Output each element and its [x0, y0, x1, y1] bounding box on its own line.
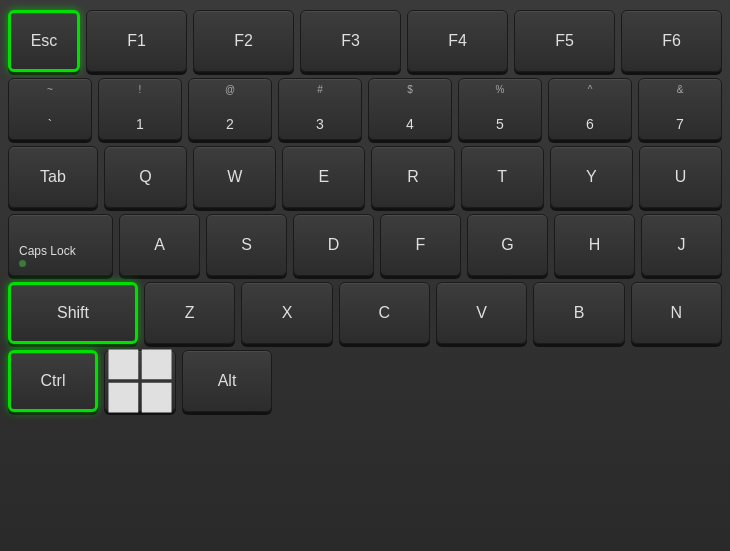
- key-f1[interactable]: F1: [86, 10, 187, 72]
- key-2-sym: @: [225, 84, 235, 95]
- svg-rect-0: [109, 350, 139, 380]
- key-t[interactable]: T: [461, 146, 544, 208]
- key-7-sym: &: [677, 84, 684, 95]
- key-5[interactable]: % 5: [458, 78, 542, 140]
- key-caps-label: Caps Lock: [19, 244, 76, 258]
- key-f6-label: F6: [662, 32, 681, 50]
- key-shift-label: Shift: [57, 304, 89, 322]
- key-x-label: X: [282, 304, 293, 322]
- key-5-label: 5: [496, 116, 504, 132]
- key-ctrl-left[interactable]: Ctrl: [8, 350, 98, 412]
- key-c[interactable]: C: [339, 282, 430, 344]
- key-s[interactable]: S: [206, 214, 287, 276]
- key-4[interactable]: $ 4: [368, 78, 452, 140]
- qwerty-row: Tab Q W E R T Y U: [8, 146, 722, 208]
- key-h[interactable]: H: [554, 214, 635, 276]
- key-alt-left[interactable]: Alt: [182, 350, 272, 412]
- key-alt-label: Alt: [218, 372, 237, 390]
- key-j-label: J: [678, 236, 686, 254]
- key-z-label: Z: [185, 304, 195, 322]
- key-e-label: E: [319, 168, 330, 186]
- bottom-row: Ctrl Alt: [8, 350, 722, 412]
- key-a-label: A: [154, 236, 165, 254]
- key-esc-label: Esc: [31, 32, 58, 50]
- key-3-sym: #: [317, 84, 323, 95]
- key-tilde[interactable]: ~ `: [8, 78, 92, 140]
- svg-rect-3: [142, 383, 172, 413]
- key-g[interactable]: G: [467, 214, 548, 276]
- key-6[interactable]: ^ 6: [548, 78, 632, 140]
- svg-rect-2: [109, 383, 139, 413]
- number-row: ~ ` ! 1 @ 2 # 3 $ 4 % 5 ^ 6 & 7: [8, 78, 722, 140]
- key-c-label: C: [379, 304, 391, 322]
- key-3-label: 3: [316, 116, 324, 132]
- key-v[interactable]: V: [436, 282, 527, 344]
- key-1[interactable]: ! 1: [98, 78, 182, 140]
- keyboard: Esc F1 F2 F3 F4 F5 F6 ~ ` ! 1 @: [0, 0, 730, 551]
- key-v-label: V: [476, 304, 487, 322]
- key-ctrl-label: Ctrl: [41, 372, 66, 390]
- key-b[interactable]: B: [533, 282, 624, 344]
- key-z[interactable]: Z: [144, 282, 235, 344]
- key-f2-label: F2: [234, 32, 253, 50]
- key-5-sym: %: [496, 84, 505, 95]
- key-f2[interactable]: F2: [193, 10, 294, 72]
- key-4-sym: $: [407, 84, 413, 95]
- asdf-row: Caps Lock A S D F G H J: [8, 214, 722, 276]
- key-a[interactable]: A: [119, 214, 200, 276]
- key-y[interactable]: Y: [550, 146, 633, 208]
- key-q[interactable]: Q: [104, 146, 187, 208]
- key-u[interactable]: U: [639, 146, 722, 208]
- key-f1-label: F1: [127, 32, 146, 50]
- key-1-sym: !: [139, 84, 142, 95]
- key-r[interactable]: R: [371, 146, 454, 208]
- key-esc[interactable]: Esc: [8, 10, 80, 72]
- svg-rect-1: [142, 350, 172, 380]
- key-w[interactable]: W: [193, 146, 276, 208]
- key-f3-label: F3: [341, 32, 360, 50]
- key-y-label: Y: [586, 168, 597, 186]
- key-2-label: 2: [226, 116, 234, 132]
- key-f4[interactable]: F4: [407, 10, 508, 72]
- key-x[interactable]: X: [241, 282, 332, 344]
- key-u-label: U: [675, 168, 687, 186]
- key-windows[interactable]: [104, 350, 176, 412]
- key-7[interactable]: & 7: [638, 78, 722, 140]
- key-1-label: 1: [136, 116, 144, 132]
- key-6-sym: ^: [588, 84, 593, 95]
- key-s-label: S: [241, 236, 252, 254]
- key-tilde-label: `: [48, 117, 52, 132]
- key-4-label: 4: [406, 116, 414, 132]
- zxcv-row: Shift Z X C V B N: [8, 282, 722, 344]
- key-f5-label: F5: [555, 32, 574, 50]
- key-f5[interactable]: F5: [514, 10, 615, 72]
- key-b-label: B: [574, 304, 585, 322]
- key-6-label: 6: [586, 116, 594, 132]
- caps-lock-indicator: [19, 260, 26, 267]
- key-w-label: W: [227, 168, 242, 186]
- key-tab[interactable]: Tab: [8, 146, 98, 208]
- key-e[interactable]: E: [282, 146, 365, 208]
- key-r-label: R: [407, 168, 419, 186]
- key-n[interactable]: N: [631, 282, 722, 344]
- key-q-label: Q: [139, 168, 151, 186]
- key-d-label: D: [328, 236, 340, 254]
- key-shift-left[interactable]: Shift: [8, 282, 138, 344]
- key-f-label: F: [416, 236, 426, 254]
- key-n-label: N: [671, 304, 683, 322]
- key-2[interactable]: @ 2: [188, 78, 272, 140]
- key-j[interactable]: J: [641, 214, 722, 276]
- key-7-label: 7: [676, 116, 684, 132]
- key-caps-lock[interactable]: Caps Lock: [8, 214, 113, 276]
- key-d[interactable]: D: [293, 214, 374, 276]
- key-tab-label: Tab: [40, 168, 66, 186]
- key-f6[interactable]: F6: [621, 10, 722, 72]
- key-f-letter[interactable]: F: [380, 214, 461, 276]
- key-g-label: G: [501, 236, 513, 254]
- key-t-label: T: [497, 168, 507, 186]
- key-f4-label: F4: [448, 32, 467, 50]
- key-h-label: H: [589, 236, 601, 254]
- key-tilde-sym: ~: [47, 84, 53, 95]
- key-3[interactable]: # 3: [278, 78, 362, 140]
- key-f3[interactable]: F3: [300, 10, 401, 72]
